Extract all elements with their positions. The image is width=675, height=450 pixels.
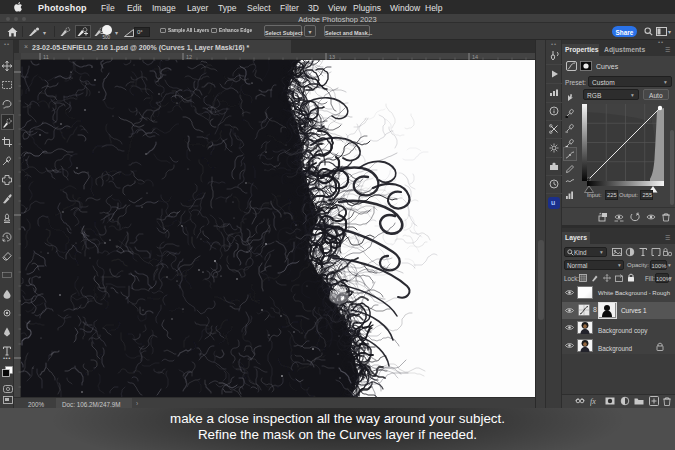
svg-text:fx: fx <box>590 397 596 406</box>
